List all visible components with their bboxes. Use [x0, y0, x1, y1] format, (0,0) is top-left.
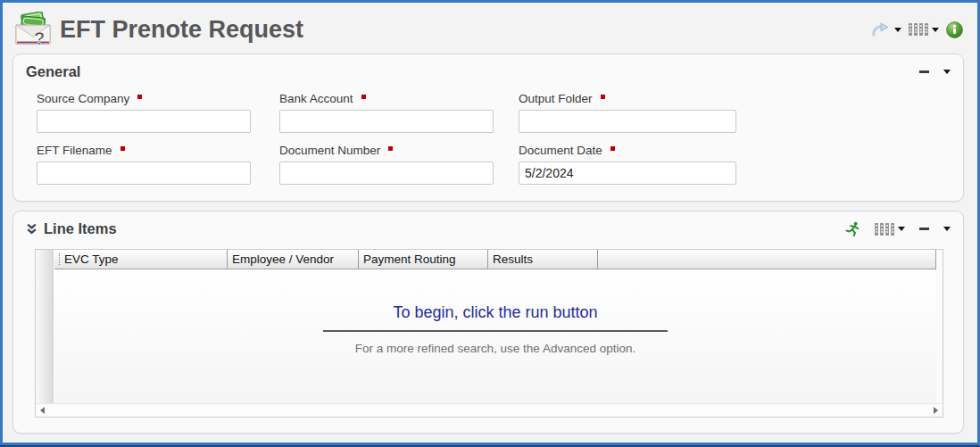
column-chooser-icon	[909, 23, 928, 36]
grid-header-row: EVC Type Employee / Vendor Payment Routi…	[54, 250, 936, 269]
field-label: Bank Account	[279, 92, 353, 105]
empty-state-divider	[323, 330, 668, 332]
required-marker	[601, 95, 605, 99]
field-label: Document Number	[279, 144, 380, 157]
minimize-icon[interactable]	[919, 70, 929, 73]
info-icon	[946, 21, 963, 38]
chevron-down-icon[interactable]	[932, 28, 939, 32]
bank-account-input[interactable]	[279, 110, 494, 133]
column-header-employee-vendor[interactable]: Employee / Vendor	[228, 250, 359, 269]
svg-text:?: ?	[34, 29, 45, 47]
field-eft-filename: EFT Filename	[37, 142, 251, 185]
document-date-input[interactable]	[519, 161, 736, 185]
eft-prenote-request-window: ? EFT Prenote Request	[0, 0, 980, 445]
general-section-title: General	[26, 63, 80, 80]
application-window: ? EFT Prenote Request	[0, 0, 980, 447]
document-number-input[interactable]	[279, 161, 494, 185]
envelope-money-icon: ?	[13, 12, 53, 47]
field-label: EFT Filename	[37, 144, 112, 157]
column-header-filler	[598, 250, 936, 269]
double-chevron-down-icon[interactable]	[26, 223, 37, 235]
curved-arrow-icon	[871, 22, 891, 37]
page-title: EFT Prenote Request	[60, 16, 303, 44]
field-source-company: Source Company	[37, 90, 251, 133]
column-chooser-icon	[875, 223, 894, 236]
column-header-payment-routing[interactable]: Payment Routing	[359, 250, 488, 269]
column-chooser-button[interactable]	[909, 23, 939, 36]
chevron-down-icon[interactable]	[943, 227, 951, 231]
required-marker	[137, 95, 142, 99]
line-items-section-controls	[845, 221, 951, 236]
scroll-right-icon[interactable]	[934, 407, 938, 414]
field-bank-account: Bank Account	[279, 90, 494, 133]
field-output-folder: Output Folder	[519, 90, 736, 133]
source-company-input[interactable]	[37, 110, 251, 133]
general-section-controls	[919, 70, 951, 74]
vertical-scrollbar[interactable]	[936, 250, 943, 403]
titlebar: ? EFT Prenote Request	[13, 8, 963, 51]
field-label: Source Company	[37, 92, 129, 105]
general-section: General Source Company Bank Account Outp…	[12, 54, 964, 202]
field-document-date: Document Date	[519, 142, 736, 185]
field-label: Document Date	[519, 144, 602, 157]
column-drag-handle-icon[interactable]	[59, 253, 60, 265]
line-items-section-title: Line Items	[44, 220, 117, 237]
field-label: Output Folder	[519, 92, 593, 105]
chevron-down-icon[interactable]	[898, 227, 905, 231]
minimize-icon[interactable]	[919, 228, 929, 230]
horizontal-scrollbar[interactable]	[36, 403, 943, 417]
line-items-column-chooser-button[interactable]	[875, 223, 905, 236]
required-marker	[361, 95, 366, 99]
output-folder-input[interactable]	[519, 110, 736, 133]
titlebar-actions	[871, 21, 963, 38]
line-items-grid: EVC Type Employee / Vendor Payment Routi…	[35, 249, 943, 418]
chevron-down-icon[interactable]	[894, 28, 901, 32]
general-section-header: General	[13, 54, 963, 80]
empty-state-subtitle: For a more refined search, use the Advan…	[54, 342, 936, 355]
required-marker	[120, 146, 125, 151]
column-header-results[interactable]: Results	[488, 250, 598, 269]
required-marker	[388, 146, 393, 151]
line-items-section-header: Line Items	[13, 211, 963, 237]
required-marker	[610, 146, 615, 151]
run-button[interactable]	[845, 221, 860, 236]
chevron-down-icon[interactable]	[943, 70, 951, 74]
column-header-evc-type[interactable]: EVC Type	[54, 250, 228, 269]
eft-filename-input[interactable]	[37, 161, 251, 185]
row-selector-gutter	[36, 250, 54, 403]
grid-body: To begin, click the run button For a mor…	[54, 269, 936, 403]
field-document-number: Document Number	[279, 142, 494, 185]
empty-state-title: To begin, click the run button	[54, 303, 936, 322]
line-items-section: Line Items	[12, 211, 964, 434]
scroll-left-icon[interactable]	[40, 407, 45, 414]
info-button[interactable]	[946, 21, 963, 38]
curved-arrow-button[interactable]	[871, 22, 901, 37]
